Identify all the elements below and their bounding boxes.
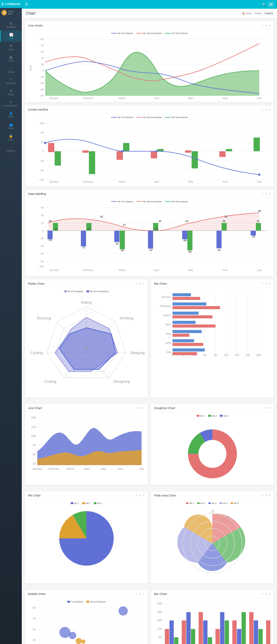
hamburger-icon[interactable]: ☰	[25, 2, 28, 6]
y-tick: 100	[40, 38, 44, 41]
bar-vertical-body: 200 180 160 120 80 40 0 -20	[151, 598, 274, 644]
data-label-val: 32	[256, 219, 260, 222]
chart-icon: 📈	[9, 33, 13, 36]
data-label-val: 43	[158, 219, 161, 222]
legend-color-2	[136, 117, 142, 118]
close-icon[interactable]: ✕	[268, 108, 271, 111]
collapse-icon[interactable]: ∧	[265, 24, 267, 27]
legend-item-1: My First dataset	[64, 290, 83, 292]
x-label: March	[119, 180, 126, 183]
bar	[254, 138, 260, 151]
expand-icon[interactable]: ⤢	[262, 192, 264, 195]
sidebar-item-buttons[interactable]: ⬚ Buttons	[0, 64, 22, 76]
data-label-card: Data labelling ⤢ ∧ ✕ My First dataset My…	[25, 190, 274, 276]
sidebar-item-chart[interactable]: 📈 Chart	[0, 30, 22, 42]
data-label-val: -26	[252, 235, 255, 238]
expand-icon[interactable]: ⤢	[262, 494, 264, 497]
search-icon[interactable]: 🔍	[262, 2, 266, 6]
sidebar-item-form-elements[interactable]: ✎ Form Elements	[0, 98, 22, 109]
x-label: February	[83, 180, 93, 183]
close-icon[interactable]: ✕	[268, 494, 271, 497]
collapse-icon[interactable]: ∧	[139, 592, 141, 596]
h-bar-red	[172, 315, 212, 318]
expand-icon[interactable]: ⤢	[262, 24, 264, 27]
sidebar-item-userlist[interactable]: 👥 Userlist	[0, 120, 22, 132]
close-icon[interactable]: ✕	[142, 282, 145, 285]
v-bar-green	[258, 629, 263, 644]
legend-label-1: tab 1	[200, 414, 205, 417]
collapse-icon[interactable]: ∧	[265, 406, 267, 410]
y-tick: -100	[38, 178, 44, 181]
y-tick: 20	[41, 141, 44, 144]
x-label: 80	[214, 354, 217, 356]
close-icon[interactable]: ✕	[142, 494, 145, 497]
collapse-icon[interactable]: ∧	[139, 406, 141, 410]
close-icon[interactable]: ✕	[142, 406, 145, 410]
radar-label: Running	[37, 316, 51, 320]
bar-horizontal-title: Bar Chart	[154, 282, 167, 285]
sidebar-item-icons[interactable]: ★ Icons	[0, 42, 22, 53]
sidebar-item-profile[interactable]: 👤 Profile	[0, 109, 22, 120]
doughnut-svg-container	[154, 419, 271, 482]
close-icon[interactable]: ✕	[268, 282, 271, 285]
sidebar-item-dashboard[interactable]: ⊞ Dashboard	[0, 19, 22, 30]
x-label: February	[83, 268, 93, 271]
pie-title: Pie Chart	[28, 494, 40, 497]
line-dot	[44, 142, 46, 144]
collapse-icon[interactable]: ∧	[265, 108, 267, 111]
v-bar-blue	[254, 620, 258, 644]
close-icon[interactable]: ✕	[268, 592, 271, 596]
sidebar-item-tables[interactable]: ☰ Tables	[0, 87, 22, 98]
legend-color-2	[136, 33, 142, 34]
expand-icon[interactable]: ⤢	[262, 406, 264, 410]
collapse-icon[interactable]: ∧	[139, 494, 141, 497]
bar-vertical-svg: 200 180 160 120 80 40 0 -20	[154, 600, 271, 644]
expand-icon[interactable]: ⤢	[262, 592, 264, 596]
legend-item-1: My First dataset	[111, 200, 133, 203]
line-dot	[121, 150, 124, 152]
mail-icon[interactable]: ✉	[268, 2, 274, 7]
line-area-title: Line Chart	[28, 406, 42, 410]
legend-color-3	[165, 33, 171, 34]
sidebar-item-cards[interactable]: ▣ Cards	[0, 53, 22, 64]
data-label-val: 58	[258, 210, 261, 212]
sidebar-item-typography[interactable]: T Typography	[0, 76, 22, 87]
line-area-svg: 100 120 100 60 40 20 January February M	[28, 414, 145, 476]
doughnut-title: Doughnut Chart	[154, 406, 175, 410]
typography-icon: T	[10, 78, 12, 82]
close-icon[interactable]: ✕	[268, 406, 271, 410]
legend-item-2: Second Dataset	[86, 600, 106, 603]
expand-icon[interactable]: ⤢	[136, 592, 138, 596]
expand-icon[interactable]: ⤢	[136, 282, 138, 285]
close-icon[interactable]: ✕	[268, 24, 271, 27]
data-label-val: -30	[154, 228, 158, 230]
y-tick: 20	[41, 63, 44, 66]
page-header: Chart 🏠 Home › Charts › ChartJS	[22, 9, 277, 18]
sidebar-item-multilevel[interactable]: ⋮ Multilevel ›	[0, 143, 22, 156]
bar-horizontal-header: Bar Chart ⤢ ∧ ✕	[151, 280, 274, 288]
user-chevron-icon[interactable]: ›	[19, 11, 20, 14]
collapse-icon[interactable]: ∧	[265, 494, 267, 497]
expand-icon[interactable]: ⤢	[262, 282, 264, 285]
legend-color-1	[111, 201, 117, 202]
bar	[48, 143, 54, 152]
collapse-icon[interactable]: ∧	[265, 192, 267, 195]
collapse-icon[interactable]: ∧	[265, 592, 267, 596]
x-label: March	[119, 97, 126, 99]
close-icon[interactable]: ✕	[268, 192, 271, 195]
expand-icon[interactable]: ⤢	[136, 406, 138, 410]
expand-icon[interactable]: ⤢	[136, 494, 138, 497]
h-bar-red	[172, 352, 197, 355]
data-label-legend: My First dataset My Second dataset My Th…	[28, 200, 271, 203]
polar-controls: ⤢ ∧ ✕	[262, 494, 271, 497]
expand-icon[interactable]: ⤢	[262, 108, 264, 111]
y-tick: -60	[40, 252, 44, 255]
bar	[226, 149, 232, 152]
sidebar-item-label: Buttons	[8, 71, 14, 73]
close-icon[interactable]: ✕	[142, 592, 145, 596]
legend-label-2: My Second dataset	[143, 32, 162, 34]
sidebar-nav: ⊞ Dashboard 📈 Chart ★ Icons ▣ Cards ⬚ Bu…	[0, 18, 22, 644]
collapse-icon[interactable]: ∧	[139, 282, 141, 285]
collapse-icon[interactable]: ∧	[265, 282, 267, 285]
sidebar-item-login[interactable]: 🔒 Login	[0, 132, 22, 143]
